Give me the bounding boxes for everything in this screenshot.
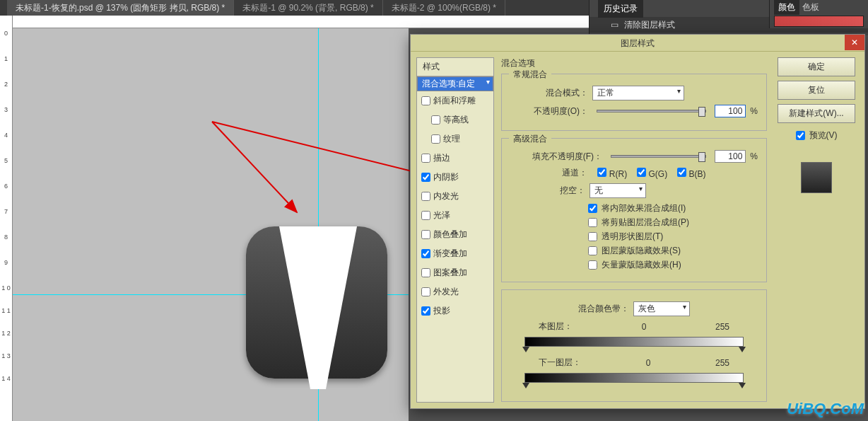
fill-opacity-input[interactable] <box>715 150 746 163</box>
blending-options: 混合选项 常规混合 混合模式： 正常 不透明度(O)： % 高级混合 填充不透明… <box>501 57 774 403</box>
cancel-button[interactable]: 复位 <box>778 81 855 100</box>
close-icon[interactable]: ✕ <box>845 35 864 50</box>
new-style-button[interactable]: 新建样式(W)... <box>778 104 855 123</box>
style-item-4[interactable]: 描边 <box>417 149 493 168</box>
styles-header[interactable]: 样式 <box>417 58 493 76</box>
channel-b[interactable]: B(B) <box>677 168 705 179</box>
doc-tab-1[interactable]: 未标题-1-恢复的.psd @ 137% (圆角矩形 拷贝, RGB/8) * <box>7 0 234 16</box>
watermark: UiBQ.CoM <box>787 400 864 418</box>
general-blend-group: 常规混合 混合模式： 正常 不透明度(O)： % <box>501 74 767 131</box>
style-item-10[interactable]: 图案叠加 <box>417 263 493 282</box>
style-item-12[interactable]: 投影 <box>417 301 493 321</box>
style-item-6[interactable]: 内发光 <box>417 187 493 206</box>
transparency-shapes-check[interactable]: 透明形状图层(T) <box>588 231 758 243</box>
underlying-layer-blend-slider[interactable] <box>524 373 744 383</box>
style-item-5[interactable]: 内阴影 <box>417 168 493 187</box>
blend-if-group: 混合颜色带： 灰色 本图层： 0 255 下一图层： 0 255 <box>501 289 767 402</box>
preview-swatch <box>801 162 832 193</box>
fill-opacity-slider[interactable] <box>611 155 706 158</box>
color-tab[interactable]: 颜色 <box>774 0 799 15</box>
knockout-select[interactable]: 无 <box>590 183 646 198</box>
history-tab[interactable]: 历史记录 <box>598 0 643 18</box>
channel-g[interactable]: G(G) <box>637 168 667 179</box>
preview-check[interactable]: 预览(V) <box>796 129 838 142</box>
dialog-buttons: 确定 复位 新建样式(W)... 预览(V) <box>774 57 859 403</box>
color-panel: 颜色 色板 <box>769 0 868 28</box>
canvas[interactable] <box>13 28 409 421</box>
style-item-9[interactable]: 渐变叠加 <box>417 244 493 263</box>
swatches-tab[interactable]: 色板 <box>802 1 819 13</box>
layer-mask-hides-check[interactable]: 图层蒙版隐藏效果(S) <box>588 245 758 257</box>
color-swatch[interactable] <box>774 16 864 27</box>
advanced-blend-group: 高级混合 填充不透明度(F)： % 通道： R(R) G(G) B(B) 挖空：… <box>501 138 767 282</box>
layer-style-dialog: 图层样式 ✕ 样式 混合选项:自定斜面和浮雕等高线纹理描边内阴影内发光光泽颜色叠… <box>410 34 865 409</box>
channel-r[interactable]: R(R) <box>597 168 627 179</box>
blend-mode-select[interactable]: 正常 <box>592 86 684 100</box>
vector-mask-hides-check[interactable]: 矢量蒙版隐藏效果(H) <box>588 259 758 271</box>
opacity-input[interactable] <box>715 105 746 117</box>
blend-interior-check[interactable]: 将内部效果混合成组(I) <box>588 202 758 214</box>
style-item-2[interactable]: 等高线 <box>417 110 493 129</box>
dialog-title[interactable]: 图层样式 ✕ <box>411 35 864 52</box>
layer-icon: ▭ <box>611 20 618 30</box>
opacity-slider[interactable] <box>597 110 706 113</box>
blend-opts-title: 混合选项 <box>501 57 767 69</box>
blend-clipped-check[interactable]: 将剪贴图层混合成组(P) <box>588 217 758 229</box>
this-layer-blend-slider[interactable] <box>524 337 744 347</box>
doc-tab-2[interactable]: 未标题-1 @ 90.2% (背景, RGB/8) * <box>234 0 383 16</box>
rounded-rect-layer[interactable] <box>246 226 387 379</box>
style-item-3[interactable]: 纹理 <box>417 129 493 149</box>
style-item-11[interactable]: 外发光 <box>417 282 493 301</box>
ok-button[interactable]: 确定 <box>778 57 855 76</box>
ruler-vertical[interactable]: 0 1 2 3 4 5 6 7 8 9 1 0 1 1 1 2 1 3 1 4 <box>0 16 13 421</box>
style-item-1[interactable]: 斜面和浮雕 <box>417 91 493 110</box>
blend-if-select[interactable]: 灰色 <box>633 301 690 316</box>
styles-list: 样式 混合选项:自定斜面和浮雕等高线纹理描边内阴影内发光光泽颜色叠加渐变叠加图案… <box>416 57 494 403</box>
doc-tab-3[interactable]: 未标题-2 @ 100%(RGB/8) * <box>383 0 505 16</box>
style-item-0[interactable]: 混合选项:自定 <box>417 76 493 91</box>
pen-shape-layer[interactable] <box>279 226 357 389</box>
style-item-7[interactable]: 光泽 <box>417 206 493 225</box>
style-item-8[interactable]: 颜色叠加 <box>417 225 493 244</box>
